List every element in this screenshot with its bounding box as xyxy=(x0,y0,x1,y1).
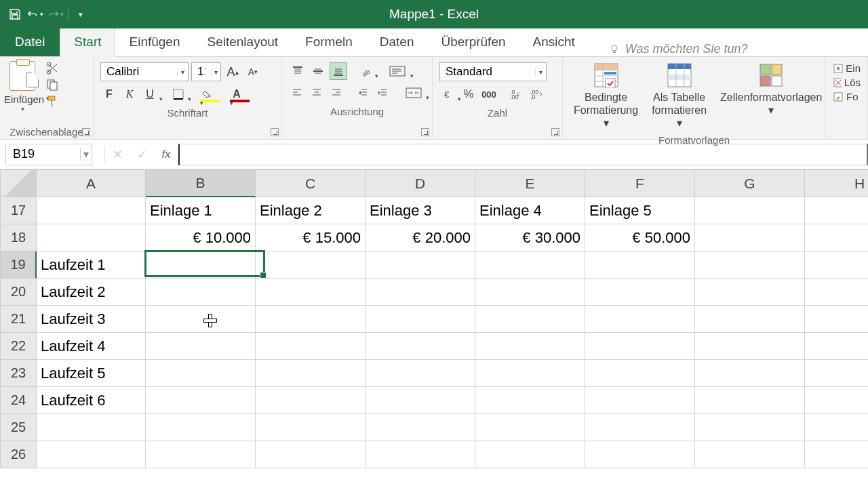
font-size-combo[interactable]: ▾ xyxy=(191,62,221,81)
tab-formulas[interactable]: Formeln xyxy=(292,28,366,56)
cell[interactable]: € 50.000 xyxy=(585,224,695,251)
cell[interactable] xyxy=(146,333,256,360)
cell[interactable] xyxy=(37,441,146,468)
cell[interactable] xyxy=(695,279,805,306)
tab-data[interactable]: Daten xyxy=(366,28,428,56)
chevron-down-icon[interactable]: ▾ xyxy=(177,68,188,76)
cell[interactable] xyxy=(256,441,366,468)
cell[interactable] xyxy=(475,279,585,306)
row-header[interactable]: 24 xyxy=(0,387,37,414)
chevron-down-icon[interactable]: ▾ xyxy=(535,68,546,76)
cell[interactable] xyxy=(805,387,868,414)
format-as-table-button[interactable]: Als Tabelle formatieren ▾ xyxy=(652,62,707,130)
decrease-decimal-icon[interactable]: ,00,0 xyxy=(528,85,545,103)
cell[interactable] xyxy=(146,441,256,468)
cell[interactable] xyxy=(585,306,695,333)
cell[interactable] xyxy=(146,251,256,279)
decrease-font-icon[interactable]: A▾ xyxy=(244,63,262,81)
row-header[interactable]: 19 xyxy=(0,251,37,279)
cell[interactable] xyxy=(805,306,868,333)
font-color-icon[interactable]: A xyxy=(228,85,245,103)
column-header[interactable]: C xyxy=(256,169,366,197)
cell[interactable] xyxy=(585,441,695,468)
formula-input[interactable] xyxy=(178,144,868,165)
align-left-icon[interactable] xyxy=(289,84,306,102)
cell[interactable] xyxy=(695,441,805,468)
cut-icon[interactable] xyxy=(46,62,61,75)
column-header[interactable]: H xyxy=(805,169,868,197)
orientation-icon[interactable]: ab xyxy=(357,62,374,80)
cell[interactable] xyxy=(146,306,256,333)
select-all-corner[interactable] xyxy=(0,169,37,197)
cell[interactable] xyxy=(475,387,585,414)
cell[interactable] xyxy=(475,441,585,468)
cell[interactable] xyxy=(805,333,868,360)
currency-icon[interactable]: € xyxy=(439,85,457,103)
cell[interactable]: Einlage 3 xyxy=(366,197,475,224)
font-name-input[interactable] xyxy=(101,65,177,79)
cell-styles-button[interactable]: Zellenformatvorlagen▾ xyxy=(720,62,822,130)
row-header[interactable]: 17 xyxy=(0,197,37,224)
cell[interactable]: Laufzeit 2 xyxy=(37,279,146,306)
cell[interactable]: Einlage 1 xyxy=(146,197,256,224)
cell[interactable] xyxy=(695,251,805,279)
cell[interactable]: € 30.000 xyxy=(475,224,585,251)
cell[interactable] xyxy=(805,441,868,468)
row-header[interactable]: 22 xyxy=(0,333,37,360)
column-header[interactable]: A xyxy=(37,169,146,197)
cell[interactable]: Laufzeit 1 xyxy=(37,251,146,279)
chevron-down-icon[interactable]: ▾ xyxy=(80,148,92,161)
align-center-icon[interactable] xyxy=(309,84,326,102)
align-top-icon[interactable] xyxy=(289,62,307,80)
cell[interactable] xyxy=(146,279,256,306)
decrease-indent-icon[interactable] xyxy=(355,84,372,102)
cell[interactable] xyxy=(475,306,585,333)
insert-cells-button[interactable]: Ein xyxy=(833,62,861,74)
tell-me-box[interactable]: Was möchten Sie tun? xyxy=(609,42,748,56)
cell[interactable] xyxy=(256,333,366,360)
cell[interactable] xyxy=(146,387,256,414)
name-box-input[interactable] xyxy=(6,147,80,161)
cell[interactable] xyxy=(366,279,475,306)
column-header[interactable]: F xyxy=(585,169,695,197)
cell[interactable]: Laufzeit 4 xyxy=(37,333,146,360)
merge-center-icon[interactable] xyxy=(401,84,425,102)
borders-icon[interactable] xyxy=(170,85,187,103)
cell[interactable] xyxy=(585,414,695,441)
cell[interactable]: Laufzeit 6 xyxy=(37,387,146,414)
increase-font-icon[interactable]: A▴ xyxy=(224,63,241,81)
cell[interactable] xyxy=(366,251,475,279)
number-format-combo[interactable]: ▾ xyxy=(439,62,547,81)
dialog-launcher-icon[interactable] xyxy=(82,128,90,136)
align-right-icon[interactable] xyxy=(328,84,345,102)
dialog-launcher-icon[interactable] xyxy=(421,128,429,136)
font-size-input[interactable] xyxy=(192,65,211,79)
tab-review[interactable]: Überprüfen xyxy=(427,28,519,56)
cell[interactable] xyxy=(256,414,366,441)
increase-indent-icon[interactable] xyxy=(374,84,391,102)
tab-layout[interactable]: Seitenlayout xyxy=(194,28,292,56)
cell[interactable]: Laufzeit 5 xyxy=(37,360,146,387)
tab-view[interactable]: Ansicht xyxy=(519,28,589,56)
cell[interactable] xyxy=(366,360,475,387)
cell[interactable] xyxy=(366,441,475,468)
cell[interactable]: Einlage 5 xyxy=(585,197,695,224)
cell[interactable]: Laufzeit 3 xyxy=(37,306,146,333)
name-box[interactable]: ▾ xyxy=(5,144,92,165)
conditional-formatting-button[interactable]: Bedingte Formatierung ▾ xyxy=(574,62,638,130)
tab-insert[interactable]: Einfügen xyxy=(115,28,193,56)
row-header[interactable]: 21 xyxy=(0,306,37,333)
dialog-launcher-icon[interactable] xyxy=(271,128,279,136)
format-cells-button[interactable]: Fo xyxy=(833,91,861,102)
cell[interactable] xyxy=(695,333,805,360)
underline-button[interactable]: U xyxy=(141,85,159,103)
cell[interactable] xyxy=(256,279,366,306)
font-name-combo[interactable]: ▾ xyxy=(100,62,189,81)
cell[interactable] xyxy=(585,333,695,360)
cell[interactable] xyxy=(256,360,366,387)
tab-file[interactable]: Datei xyxy=(0,28,60,56)
delete-cells-button[interactable]: Lös xyxy=(833,77,861,88)
cell[interactable] xyxy=(37,414,146,441)
cell[interactable]: € 20.000 xyxy=(366,224,475,251)
column-header[interactable]: G xyxy=(695,169,805,197)
